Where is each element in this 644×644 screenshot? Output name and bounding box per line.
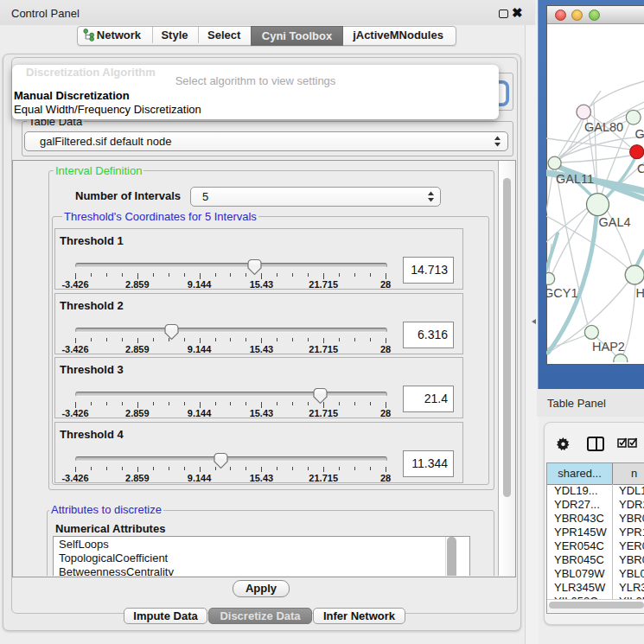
svg-text:GCY1: GCY1 xyxy=(546,286,578,300)
svg-text:HA: HA xyxy=(636,286,644,300)
svg-text:GAL11: GAL11 xyxy=(556,172,594,186)
svg-text:GAL: GAL xyxy=(635,127,644,141)
svg-text:GAL4: GAL4 xyxy=(599,215,631,229)
svg-text:HAP2: HAP2 xyxy=(592,340,625,354)
svg-text:GAL80: GAL80 xyxy=(584,120,623,134)
svg-text:CD: CD xyxy=(637,162,644,175)
